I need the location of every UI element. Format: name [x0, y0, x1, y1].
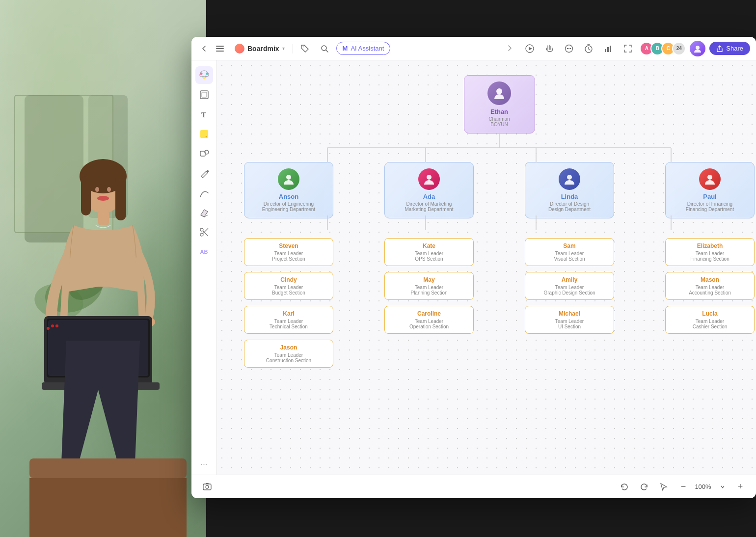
- node-sam[interactable]: Sam Team Leader Visual Section: [525, 238, 614, 266]
- bottom-toolbar: − 100% +: [191, 475, 756, 498]
- karl-section: Technical Section: [249, 324, 328, 329]
- node-caroline[interactable]: Caroline Team Leader Operation Section: [384, 306, 474, 334]
- sidebar-more[interactable]: ···: [201, 460, 207, 469]
- zoom-out-button[interactable]: −: [675, 479, 691, 495]
- ab-tool[interactable]: AB: [195, 243, 213, 261]
- expand-button[interactable]: [620, 41, 636, 56]
- svg-rect-42: [610, 46, 611, 52]
- nav-buttons: [197, 42, 227, 55]
- svg-point-55: [200, 228, 203, 231]
- may-role: Team Leader: [390, 285, 468, 290]
- node-michael[interactable]: Michael Team Leader UI Section: [525, 306, 614, 334]
- sam-role: Team Leader: [530, 251, 609, 256]
- svg-rect-25: [29, 458, 187, 478]
- ada-name: Ada: [390, 193, 468, 200]
- play-button[interactable]: [522, 41, 538, 56]
- node-ethan[interactable]: Ethan Chairman BOYUN: [464, 75, 535, 134]
- share-button[interactable]: Share: [709, 42, 750, 55]
- mason-role: Team Leader: [671, 285, 749, 290]
- anson-role: Director of Engineering: [249, 201, 328, 207]
- svg-point-70: [286, 175, 291, 180]
- comment-button[interactable]: [561, 41, 577, 56]
- cindy-role: Team Leader: [249, 285, 328, 290]
- zoom-in-button[interactable]: +: [732, 479, 748, 495]
- avatar-ethan: [487, 81, 511, 105]
- tag-button[interactable]: [297, 41, 313, 56]
- linda-dept: Design Department: [530, 207, 609, 212]
- frame-tool[interactable]: [195, 86, 213, 104]
- undo-button[interactable]: [617, 479, 632, 495]
- forward-button[interactable]: [502, 41, 518, 56]
- avatar-linda: [559, 168, 580, 190]
- svg-point-75: [206, 485, 209, 488]
- ethan-company: BOYUN: [469, 122, 530, 127]
- zoom-control: − 100% +: [675, 479, 748, 495]
- linda-role: Director of Design: [530, 201, 609, 207]
- background-photo: [0, 0, 206, 537]
- kate-name: Kate: [390, 242, 468, 249]
- redo-button[interactable]: [636, 479, 652, 495]
- may-name: May: [390, 276, 468, 283]
- node-cindy[interactable]: Cindy Team Leader Budget Section: [244, 272, 333, 300]
- bottom-right: − 100% +: [617, 479, 748, 495]
- text-tool[interactable]: T: [195, 106, 213, 123]
- node-elizabeth[interactable]: Elizabeth Team Leader Financing Section: [665, 238, 755, 266]
- jason-role: Team Leader: [249, 352, 328, 358]
- brand-area[interactable]: Boardmix ▾: [231, 42, 289, 55]
- linda-name: Linda: [530, 193, 609, 200]
- eraser-tool[interactable]: [195, 204, 213, 221]
- chart-button[interactable]: [600, 41, 616, 56]
- pen-tool[interactable]: [195, 164, 213, 182]
- lucia-name: Lucia: [671, 310, 749, 317]
- shape-tool[interactable]: [195, 145, 213, 162]
- cursor-button[interactable]: [656, 479, 672, 495]
- svg-point-56: [200, 233, 203, 236]
- node-may[interactable]: May Team Leader Planning Section: [384, 272, 474, 300]
- sam-name: Sam: [530, 242, 609, 249]
- svg-point-69: [496, 88, 502, 94]
- node-kate[interactable]: Kate Team Leader OPS Section: [384, 238, 474, 266]
- mason-name: Mason: [671, 276, 749, 283]
- hand-button[interactable]: [541, 41, 557, 56]
- scissors-tool[interactable]: [195, 223, 213, 241]
- node-anson[interactable]: Anson Director of Engineering Engineerin…: [244, 162, 333, 218]
- sticky-note-tool[interactable]: [195, 125, 213, 143]
- node-paul[interactable]: Paul Director of Financing Financing Dep…: [665, 162, 755, 218]
- timer-button[interactable]: [581, 41, 596, 56]
- screenshot-button[interactable]: [199, 479, 215, 495]
- cindy-name: Cindy: [249, 276, 328, 283]
- palette-tool[interactable]: [195, 66, 213, 84]
- search-button[interactable]: [317, 41, 332, 56]
- node-lucia[interactable]: Lucia Team Leader Cashier Section: [665, 306, 755, 334]
- l3-col-engineering: Steven Team Leader Project Section Cindy…: [244, 238, 333, 368]
- node-steven[interactable]: Steven Team Leader Project Section: [244, 238, 333, 266]
- current-user-avatar[interactable]: [690, 41, 705, 56]
- svg-line-57: [203, 231, 208, 237]
- svg-point-36: [567, 48, 568, 49]
- avatar-anson: [278, 168, 299, 190]
- level2-row: Anson Director of Engineering Engineerin…: [242, 162, 756, 218]
- node-mason[interactable]: Mason Team Leader Accounting Section: [665, 272, 755, 300]
- left-sidebar: T: [191, 60, 217, 475]
- svg-rect-28: [216, 48, 224, 49]
- node-ada[interactable]: Ada Director of Marketing Marketing Depa…: [384, 162, 474, 218]
- curve-tool[interactable]: [195, 184, 213, 202]
- canvas-area[interactable]: Ethan Chairman BOYUN Anson: [217, 60, 756, 475]
- svg-rect-13: [98, 211, 109, 225]
- org-chart: Ethan Chairman BOYUN Anson: [242, 75, 756, 368]
- zoom-chevron-button[interactable]: [715, 479, 730, 495]
- node-linda[interactable]: Linda Director of Design Design Departme…: [525, 162, 614, 218]
- ai-assistant-button[interactable]: M AI Assistant: [336, 42, 391, 55]
- back-button[interactable]: [197, 42, 211, 55]
- paul-role: Director of Financing: [671, 201, 749, 207]
- avatar-ada: [418, 168, 440, 190]
- amily-name: Amily: [530, 276, 609, 283]
- jason-section: Construction Section: [249, 358, 328, 363]
- menu-button[interactable]: [213, 42, 227, 55]
- cindy-section: Budget Section: [249, 290, 328, 295]
- node-jason[interactable]: Jason Team Leader Construction Section: [244, 340, 333, 368]
- node-karl[interactable]: Karl Team Leader Technical Section: [244, 306, 333, 334]
- topbar-right: A B C 24 Share: [502, 41, 750, 56]
- node-amily[interactable]: Amily Team Leader Graphic Design Section: [525, 272, 614, 300]
- svg-point-43: [696, 46, 700, 50]
